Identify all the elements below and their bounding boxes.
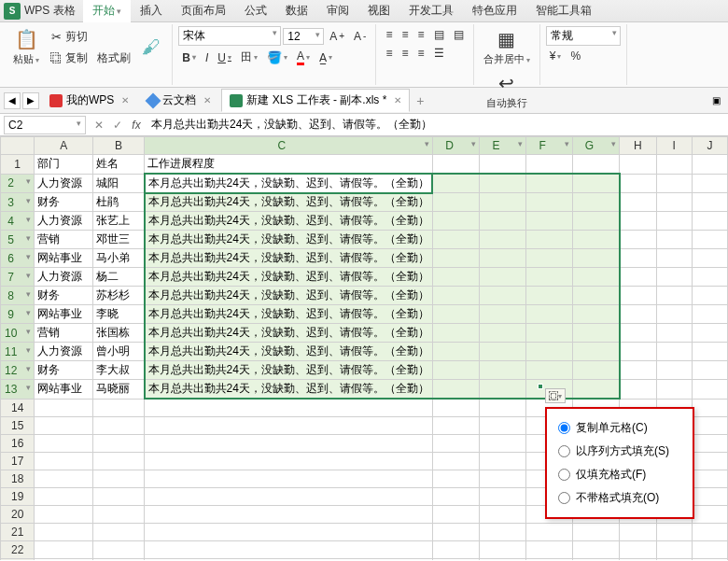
cell-I8[interactable] bbox=[656, 287, 692, 305]
cell-F12[interactable] bbox=[526, 361, 573, 380]
cell-H2[interactable] bbox=[620, 174, 656, 193]
cell-C5[interactable]: 本月总共出勤共24天，没缺勤、迟到、请假等。（全勤） bbox=[145, 231, 433, 249]
cell-reference[interactable]: C2 bbox=[4, 116, 86, 134]
cell-B7[interactable]: 杨二 bbox=[93, 268, 145, 287]
cell-A6[interactable]: 网站事业 bbox=[35, 249, 93, 268]
cell-D6[interactable] bbox=[432, 249, 479, 268]
cell-C22[interactable] bbox=[145, 540, 433, 558]
cell-I7[interactable] bbox=[656, 268, 692, 287]
cell-I2[interactable] bbox=[656, 174, 692, 193]
font-color-button[interactable]: A bbox=[293, 48, 314, 67]
cell-D3[interactable] bbox=[432, 193, 479, 212]
spreadsheet[interactable]: ABCDEFGHIJ1部门姓名工作进展程度2人力资源城阳本月总共出勤共24天，没… bbox=[0, 136, 728, 560]
menu-tab-0[interactable]: 开始 bbox=[83, 0, 132, 22]
cell-A12[interactable]: 财务 bbox=[35, 361, 93, 380]
cell-H10[interactable] bbox=[620, 324, 656, 343]
cell-D9[interactable] bbox=[432, 305, 479, 324]
align-left[interactable]: ≡ bbox=[382, 45, 396, 62]
cell-A14[interactable] bbox=[35, 399, 93, 416]
menu-tab-9[interactable]: 智能工具箱 bbox=[526, 0, 601, 22]
cell-C6[interactable]: 本月总共出勤共24天，没缺勤、迟到、请假等。（全勤） bbox=[145, 249, 433, 268]
cell-G23[interactable] bbox=[572, 558, 620, 560]
cell-I3[interactable] bbox=[656, 193, 692, 212]
cell-J10[interactable] bbox=[692, 324, 727, 343]
cell-D4[interactable] bbox=[432, 212, 479, 231]
col-header-G[interactable]: G bbox=[572, 137, 620, 155]
fill-color-button[interactable]: 🪣 bbox=[263, 49, 291, 67]
cell-H6[interactable] bbox=[620, 249, 656, 268]
cell-G4[interactable] bbox=[572, 212, 620, 231]
cell-H11[interactable] bbox=[620, 343, 656, 361]
cell-D7[interactable] bbox=[432, 268, 479, 287]
cell-G13[interactable] bbox=[572, 380, 620, 400]
percent-button[interactable]: % bbox=[567, 48, 584, 64]
distribute[interactable]: ☰ bbox=[430, 45, 448, 62]
row-header-11[interactable]: 11 bbox=[1, 343, 35, 361]
cell-G3[interactable] bbox=[572, 193, 620, 212]
currency-button[interactable]: ¥ bbox=[546, 48, 566, 64]
cell-E19[interactable] bbox=[480, 487, 526, 505]
number-format-select[interactable]: 常规 bbox=[546, 26, 621, 46]
col-header-C[interactable]: C bbox=[145, 137, 433, 155]
cell-I9[interactable] bbox=[656, 305, 692, 324]
doctab-mywps[interactable]: 我的WPS✕ bbox=[41, 89, 137, 112]
cell-J3[interactable] bbox=[692, 193, 727, 212]
close-icon[interactable]: ✕ bbox=[394, 95, 401, 105]
cell-C12[interactable]: 本月总共出勤共24天，没缺勤、迟到、请假等。（全勤） bbox=[145, 361, 433, 380]
row-header-16[interactable]: 16 bbox=[1, 434, 35, 452]
fill-option-series[interactable]: 以序列方式填充(S) bbox=[553, 440, 687, 463]
cell-A9[interactable]: 网站事业 bbox=[35, 305, 93, 324]
menu-tab-6[interactable]: 视图 bbox=[358, 0, 399, 22]
cell-B21[interactable] bbox=[93, 523, 145, 540]
cell-D15[interactable] bbox=[432, 416, 479, 434]
cell-E1[interactable] bbox=[480, 155, 526, 175]
menu-tab-3[interactable]: 公式 bbox=[235, 0, 276, 22]
align-middle[interactable]: ≡ bbox=[398, 26, 412, 43]
cell-A11[interactable]: 人力资源 bbox=[35, 343, 93, 361]
row-header-10[interactable]: 10 bbox=[1, 324, 35, 343]
cell-D12[interactable] bbox=[432, 361, 479, 380]
col-header-I[interactable]: I bbox=[656, 137, 692, 155]
indent-inc[interactable]: ▤ bbox=[450, 26, 468, 43]
cut-button[interactable]: ✂剪切 bbox=[45, 27, 134, 47]
doctab-sheet[interactable]: 新建 XLS 工作表 - 副本.xls *✕ bbox=[221, 89, 410, 112]
cell-J20[interactable] bbox=[692, 505, 727, 523]
formula-text[interactable]: 本月总共出勤共24天，没缺勤、迟到、请假等。（全勤） bbox=[146, 115, 728, 134]
cell-E20[interactable] bbox=[480, 505, 526, 523]
row-header-7[interactable]: 7 bbox=[1, 268, 35, 287]
cell-F9[interactable] bbox=[526, 305, 573, 324]
cell-B12[interactable]: 李大叔 bbox=[93, 361, 145, 380]
cell-E22[interactable] bbox=[480, 540, 526, 558]
col-header-J[interactable]: J bbox=[692, 137, 727, 155]
cell-C14[interactable] bbox=[145, 399, 433, 416]
cell-B9[interactable]: 李晓 bbox=[93, 305, 145, 324]
cell-J22[interactable] bbox=[692, 540, 727, 558]
cell-C17[interactable] bbox=[145, 452, 433, 470]
cell-G8[interactable] bbox=[572, 287, 620, 305]
cell-F23[interactable] bbox=[526, 558, 573, 560]
cell-C8[interactable]: 本月总共出勤共24天，没缺勤、迟到、请假等。（全勤） bbox=[145, 287, 433, 305]
cell-C4[interactable]: 本月总共出勤共24天，没缺勤、迟到、请假等。（全勤） bbox=[145, 212, 433, 231]
cell-G21[interactable] bbox=[572, 523, 620, 540]
copy-button[interactable]: ⿻复制 bbox=[45, 49, 91, 68]
phonetic-button[interactable]: A̲ bbox=[315, 49, 336, 66]
fx-button[interactable]: fx bbox=[127, 119, 146, 132]
cell-G9[interactable] bbox=[572, 305, 620, 324]
cell-C23[interactable] bbox=[145, 558, 433, 560]
align-right[interactable]: ≡ bbox=[413, 45, 427, 62]
cell-A23[interactable] bbox=[35, 558, 93, 560]
cell-A3[interactable]: 财务 bbox=[35, 193, 93, 212]
cell-B13[interactable]: 马晓丽 bbox=[93, 380, 145, 400]
cell-G1[interactable] bbox=[572, 155, 620, 175]
cell-A15[interactable] bbox=[35, 416, 93, 434]
cell-J5[interactable] bbox=[692, 231, 727, 249]
cell-A1[interactable]: 部门 bbox=[35, 155, 93, 175]
cell-E17[interactable] bbox=[480, 452, 526, 470]
row-header-23[interactable]: 23 bbox=[1, 558, 35, 560]
cell-B17[interactable] bbox=[93, 452, 145, 470]
align-top[interactable]: ≡ bbox=[382, 26, 396, 43]
cell-D19[interactable] bbox=[432, 487, 479, 505]
cell-B10[interactable]: 张国栋 bbox=[93, 324, 145, 343]
cell-B23[interactable] bbox=[93, 558, 145, 560]
fill-handle[interactable] bbox=[538, 384, 543, 389]
